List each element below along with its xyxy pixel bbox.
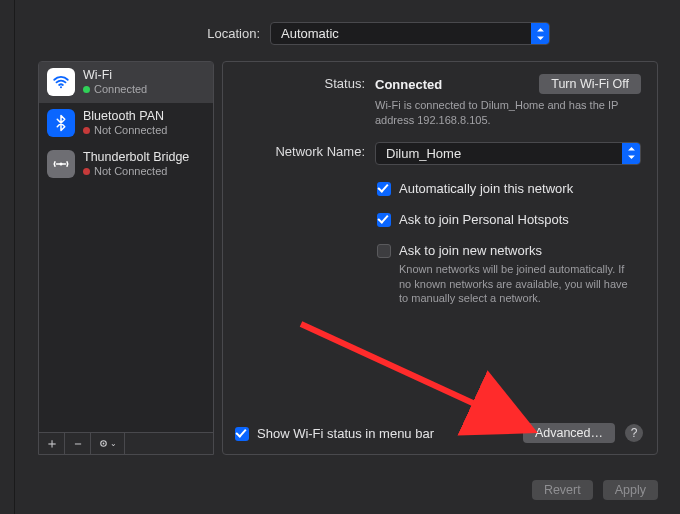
status-dot-icon: [83, 127, 90, 134]
location-label: Location:: [90, 26, 260, 41]
svg-point-1: [60, 164, 62, 166]
location-value: Automatic: [281, 26, 339, 41]
svg-point-0: [60, 86, 62, 88]
status-description: Wi-Fi is connected to Dilum_Home and has…: [375, 98, 635, 128]
sidebar-item-thunderbolt[interactable]: Thunderbolt Bridge Not Connected: [39, 144, 213, 185]
chevron-down-icon: ⌄: [110, 439, 117, 448]
sidebar-item-status: Not Connected: [94, 165, 167, 178]
show-menubar-label: Show Wi-Fi status in menu bar: [257, 426, 434, 441]
status-dot-icon: [83, 168, 90, 175]
network-sidebar: Wi-Fi Connected Bluetooth PAN: [38, 61, 214, 455]
status-value: Connected: [375, 77, 455, 92]
status-dot-icon: [83, 86, 90, 93]
add-service-button[interactable]: ＋: [39, 433, 65, 454]
dropdown-stepper-icon: [531, 23, 549, 44]
sidebar-item-status: Not Connected: [94, 124, 167, 137]
ask-hotspot-label: Ask to join Personal Hotspots: [399, 212, 569, 227]
location-dropdown[interactable]: Automatic: [270, 22, 550, 45]
sidebar-item-status: Connected: [94, 83, 147, 96]
status-label: Status:: [239, 74, 365, 128]
help-button[interactable]: ?: [625, 424, 643, 442]
sidebar-item-label: Wi-Fi: [83, 68, 147, 83]
bluetooth-icon: [47, 109, 75, 137]
ask-new-networks-label: Ask to join new networks: [399, 243, 639, 258]
show-menubar-checkbox[interactable]: [235, 427, 249, 441]
dropdown-stepper-icon: [622, 143, 640, 164]
network-name-label: Network Name:: [239, 142, 365, 165]
auto-join-label: Automatically join this network: [399, 181, 573, 196]
network-name-value: Dilum_Home: [386, 146, 461, 161]
sidebar-item-wifi[interactable]: Wi-Fi Connected: [39, 62, 213, 103]
ask-hotspot-checkbox[interactable]: [377, 213, 391, 227]
ask-new-networks-checkbox[interactable]: [377, 244, 391, 258]
auto-join-checkbox[interactable]: [377, 182, 391, 196]
wifi-settings-panel: Status: Connected Turn Wi-Fi Off Wi-Fi i…: [222, 61, 658, 455]
network-name-dropdown[interactable]: Dilum_Home: [375, 142, 641, 165]
wifi-icon: [47, 68, 75, 96]
remove-service-button[interactable]: －: [65, 433, 91, 454]
wifi-toggle-button[interactable]: Turn Wi-Fi Off: [539, 74, 641, 94]
apply-button[interactable]: Apply: [603, 480, 658, 500]
revert-button[interactable]: Revert: [532, 480, 593, 500]
service-actions-menu[interactable]: ⌄: [91, 433, 125, 454]
sidebar-item-label: Bluetooth PAN: [83, 109, 167, 124]
sidebar-item-bluetooth[interactable]: Bluetooth PAN Not Connected: [39, 103, 213, 144]
thunderbolt-icon: [47, 150, 75, 178]
sidebar-item-label: Thunderbolt Bridge: [83, 150, 189, 165]
svg-point-3: [103, 443, 105, 445]
advanced-button[interactable]: Advanced…: [523, 423, 615, 443]
ask-new-networks-description: Known networks will be joined automatica…: [399, 262, 639, 307]
